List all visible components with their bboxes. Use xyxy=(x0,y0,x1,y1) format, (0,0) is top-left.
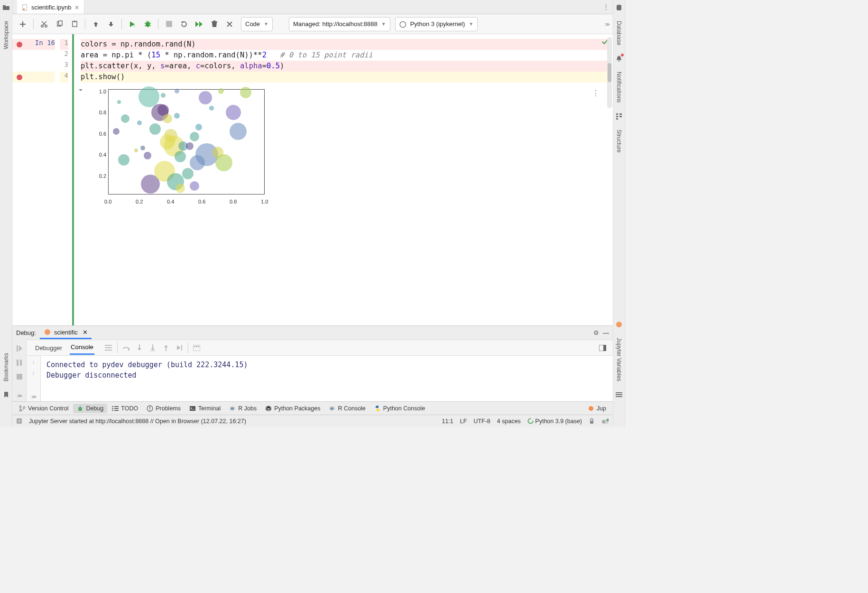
svg-rect-35 xyxy=(114,408,119,409)
bookmarks-tool[interactable]: Bookmarks xyxy=(3,351,9,383)
svg-rect-23 xyxy=(196,346,197,347)
notifications-tool[interactable]: Notifications xyxy=(616,70,622,104)
restart-button[interactable] xyxy=(177,18,191,31)
threads-icon[interactable] xyxy=(102,341,115,354)
stop-debug-button[interactable] xyxy=(13,370,26,383)
evaluate-expr-button[interactable] xyxy=(190,341,203,354)
more-tools-icon[interactable] xyxy=(615,391,623,398)
svg-text:R: R xyxy=(331,407,333,411)
paste-button[interactable] xyxy=(68,18,81,31)
workspace-tool[interactable]: Workspace xyxy=(3,19,9,51)
console-subtab[interactable]: Console xyxy=(70,341,94,355)
terminal-icon xyxy=(189,405,196,412)
layout-button[interactable] xyxy=(596,341,609,354)
cursor-pos[interactable]: 11:1 xyxy=(442,418,453,425)
python-packages-tab[interactable]: Python Packages xyxy=(261,404,324,413)
run-cell-button[interactable]: I xyxy=(126,18,139,31)
kernel-status-icon: ◯ xyxy=(399,20,406,28)
kernel-dropdown[interactable]: ◯ Python 3 (ipykernel) ▼ xyxy=(395,17,478,31)
svg-rect-34 xyxy=(114,406,119,407)
clear-output-button[interactable] xyxy=(223,18,236,31)
delete-cell-button[interactable] xyxy=(208,18,221,31)
database-icon[interactable] xyxy=(615,4,623,11)
cut-button[interactable] xyxy=(37,18,51,31)
code-content[interactable]: colors = np.random.rand(N) area = np.pi … xyxy=(74,34,613,325)
console-more[interactable]: >> xyxy=(31,394,36,399)
tab-overflow-button[interactable]: ⋮ xyxy=(603,0,609,14)
notifications-status-icon[interactable] xyxy=(16,418,22,424)
todo-tab[interactable]: TODO xyxy=(108,404,142,413)
line-sep[interactable]: LF xyxy=(460,418,467,425)
console-output[interactable]: Connected to pydev debugger (build 222.3… xyxy=(41,356,253,401)
sync-icon[interactable] xyxy=(601,418,609,424)
svg-point-48 xyxy=(528,418,533,423)
r-console-tab[interactable]: RR Console xyxy=(325,404,369,413)
jupyter-icon xyxy=(588,405,594,412)
svg-rect-58 xyxy=(619,113,622,115)
svg-point-52 xyxy=(607,419,609,421)
step-into-button[interactable] xyxy=(133,341,146,354)
breakpoint-dot[interactable] xyxy=(17,74,22,80)
interpreter[interactable]: Python 3.9 (base) xyxy=(527,418,582,425)
bookmark-icon[interactable] xyxy=(2,391,10,398)
version-control-tab[interactable]: Version Control xyxy=(15,404,72,413)
add-cell-button[interactable] xyxy=(16,18,29,31)
svg-rect-49 xyxy=(590,421,593,424)
stop-button[interactable] xyxy=(162,18,175,31)
structure-icon[interactable] xyxy=(615,112,623,120)
scroll-down-icon[interactable]: ↓ xyxy=(32,369,35,376)
svg-rect-14 xyxy=(20,360,22,366)
scroll-up-icon[interactable]: ↑ xyxy=(32,359,35,366)
notebook-toolbar: I Code ▼ Managed: http://localhost:8888 … xyxy=(12,14,613,34)
run-all-button[interactable] xyxy=(193,18,206,31)
minimize-icon[interactable]: — xyxy=(603,329,609,336)
pause-button[interactable] xyxy=(13,356,26,369)
toolbar-overflow[interactable]: >> xyxy=(605,21,609,27)
close-icon[interactable]: ✕ xyxy=(74,4,79,11)
close-icon[interactable]: ✕ xyxy=(83,329,88,336)
server-dropdown[interactable]: Managed: http://localhost:8888 ▼ xyxy=(289,17,390,31)
step-out-button[interactable] xyxy=(159,341,173,354)
r-icon: R xyxy=(229,405,236,412)
svg-point-45 xyxy=(589,406,593,411)
copy-button[interactable] xyxy=(53,18,66,31)
problems-tab[interactable]: Problems xyxy=(143,404,185,413)
svg-point-30 xyxy=(79,407,82,411)
jupyter-variables-tool[interactable]: Jupyter Variables xyxy=(616,336,622,383)
lock-icon[interactable] xyxy=(589,418,595,424)
output-menu-icon[interactable]: ⋮ xyxy=(592,88,600,99)
collapse-output-icon[interactable] xyxy=(78,87,83,205)
debug-more[interactable]: >> xyxy=(17,393,21,398)
bug-icon xyxy=(77,405,83,412)
force-step-button[interactable] xyxy=(146,341,159,354)
move-down-button[interactable] xyxy=(104,18,118,31)
breakpoint-dot[interactable] xyxy=(17,42,22,47)
python-console-tab[interactable]: Python Console xyxy=(370,404,429,413)
svg-rect-16 xyxy=(105,345,112,346)
terminal-tab[interactable]: Terminal xyxy=(185,404,224,413)
database-tool[interactable]: Database xyxy=(616,19,622,47)
run-to-cursor-button[interactable] xyxy=(173,341,186,354)
debug-config-tab[interactable]: scientific ✕ xyxy=(40,326,92,339)
folder-icon[interactable] xyxy=(2,4,10,11)
breakpoint-gutter[interactable] xyxy=(12,34,27,325)
editor-tab-scientific[interactable]: scientific.ipynb ✕ xyxy=(17,0,84,14)
indent[interactable]: 4 spaces xyxy=(497,418,521,425)
r-icon: R xyxy=(329,405,335,412)
structure-tool[interactable]: Structure xyxy=(616,128,622,155)
code-editor[interactable]: In 16 1 2 3 4 colors = np.random.rand(N)… xyxy=(12,34,613,325)
move-up-button[interactable] xyxy=(89,18,102,31)
resume-button[interactable] xyxy=(13,342,26,355)
jupyter-trunc-tab[interactable]: Jup xyxy=(584,404,610,413)
gear-icon[interactable]: ⚙ xyxy=(593,329,599,336)
status-message[interactable]: Jupyter Server started at http://localho… xyxy=(29,418,246,425)
encoding[interactable]: UTF-8 xyxy=(473,418,490,425)
debug-cell-button[interactable] xyxy=(141,18,154,31)
debug-tab[interactable]: Debug xyxy=(73,404,107,413)
r-jobs-tab[interactable]: RR Jobs xyxy=(225,404,260,413)
jupyter-vars-icon[interactable] xyxy=(615,321,623,328)
debugger-subtab[interactable]: Debugger xyxy=(34,342,63,354)
cell-type-dropdown[interactable]: Code ▼ xyxy=(241,17,273,31)
step-over-button[interactable] xyxy=(120,341,133,354)
svg-point-29 xyxy=(23,407,25,408)
